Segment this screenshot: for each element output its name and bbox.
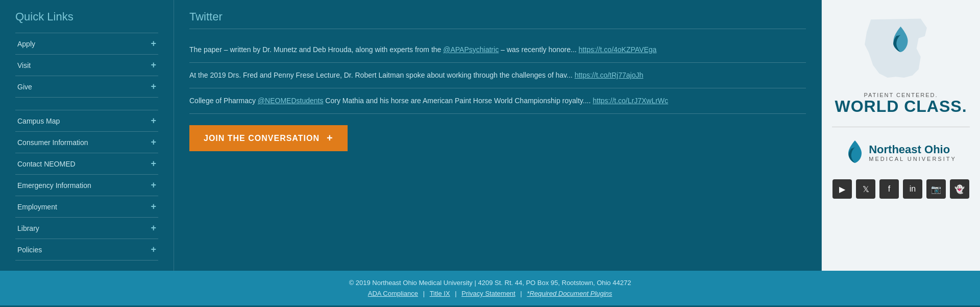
tweet-link[interactable]: https://t.co/LrJ7XwLrWc <box>593 97 668 105</box>
join-button-plus: + <box>327 132 333 144</box>
neomed-flame-icon <box>845 139 865 166</box>
twitter-column: Twitter The paper – written by Dr. Munet… <box>174 0 822 271</box>
social-instagram-icon[interactable]: 📷 <box>926 179 946 199</box>
tweet-handle[interactable]: @NEOMEDstudents <box>258 97 324 105</box>
quick-link-label: Library <box>17 224 39 232</box>
quick-links-secondary-group: Campus Map+Consumer Information+Contact … <box>15 110 158 261</box>
ohio-map-container <box>850 15 952 87</box>
world-class-label: WORLD CLASS. <box>835 98 967 114</box>
social-twitter-icon[interactable]: 𝕏 <box>856 179 875 199</box>
flame-icon-overlay <box>890 26 913 56</box>
quick-link-contact-neomed[interactable]: Contact NEOMED+ <box>15 153 158 175</box>
quick-link-plus-icon: + <box>151 223 156 233</box>
quick-link-consumer-info[interactable]: Consumer Information+ <box>15 132 158 153</box>
quick-link-plus-icon: + <box>151 38 156 49</box>
tweet-block-tweet-1: The paper – written by Dr. Munetz and De… <box>189 37 806 63</box>
social-snapchat-icon[interactable]: 👻 <box>950 179 969 199</box>
join-conversation-button[interactable]: JOIN THE CONVERSATION + <box>189 125 348 151</box>
quick-link-visit[interactable]: Visit+ <box>15 55 158 76</box>
footer-link-ada-compliance[interactable]: ADA Compliance <box>368 290 418 297</box>
quick-link-label: Policies <box>17 246 42 254</box>
footer-link-separator: | <box>453 290 459 297</box>
medical-university-text: MEDICAL UNIVERSITY <box>869 156 957 162</box>
quick-link-label: Consumer Information <box>17 138 88 147</box>
quick-links-column: Quick Links Apply+Visit+Give+ Campus Map… <box>0 0 174 271</box>
tweets-container: The paper – written by Dr. Munetz and De… <box>189 37 806 114</box>
quick-link-plus-icon: + <box>151 244 156 255</box>
quick-link-employment[interactable]: Employment+ <box>15 196 158 218</box>
quick-link-campus-map[interactable]: Campus Map+ <box>15 110 158 132</box>
tweet-text-after: Cory Mathia and his horse are American P… <box>323 97 591 105</box>
social-youtube-icon[interactable]: ▶ <box>832 179 852 199</box>
quick-link-label: Campus Map <box>17 117 60 125</box>
tweet-text-after: – was recently honore... <box>499 45 577 54</box>
neomed-name-block: Northeast Ohio MEDICAL UNIVERSITY <box>869 144 957 162</box>
quick-link-label: Employment <box>17 203 57 211</box>
join-button-label: JOIN THE CONVERSATION <box>204 134 320 143</box>
quick-link-apply[interactable]: Apply+ <box>15 33 158 55</box>
quick-link-plus-icon: + <box>151 137 156 148</box>
quick-link-plus-icon: + <box>151 201 156 212</box>
footer-link-title-ix[interactable]: Title IX <box>430 290 450 297</box>
footer-bottom-bar: © 2019 Northeast Ohio Medical University… <box>0 271 980 305</box>
twitter-title: Twitter <box>189 10 806 29</box>
northeast-ohio-text: Northeast Ohio <box>869 144 957 156</box>
neomed-logo-row: Northeast Ohio MEDICAL UNIVERSITY <box>845 139 957 166</box>
footer-link-privacy-statement[interactable]: Privacy Statement <box>461 290 516 297</box>
quick-link-policies[interactable]: Policies+ <box>15 239 158 261</box>
quick-link-library[interactable]: Library+ <box>15 218 158 239</box>
social-icons-row: ▶𝕏fin📷👻 <box>832 179 969 199</box>
quick-links-title: Quick Links <box>15 10 158 23</box>
quick-link-plus-icon: + <box>151 180 156 191</box>
tweet-block-tweet-2: At the 2019 Drs. Fred and Penny Frese Le… <box>189 63 806 88</box>
patient-centered-text: PATIENT CENTERED. WORLD CLASS. <box>835 92 967 114</box>
social-facebook-icon[interactable]: f <box>879 179 899 199</box>
quick-link-label: Contact NEOMED <box>17 160 76 168</box>
tweet-text: College of Pharmacy <box>189 97 258 105</box>
brand-bottom-section: Northeast Ohio MEDICAL UNIVERSITY ▶𝕏fin📷… <box>832 139 969 199</box>
tweet-block-tweet-3: College of Pharmacy @NEOMEDstudents Cory… <box>189 88 806 114</box>
quick-link-label: Apply <box>17 40 35 48</box>
footer-copyright: © 2019 Northeast Ohio Medical University… <box>0 279 980 287</box>
quick-link-emergency-info[interactable]: Emergency Information+ <box>15 175 158 196</box>
quick-link-plus-icon: + <box>151 81 156 92</box>
quick-link-plus-icon: + <box>151 60 156 70</box>
quick-links-primary-group: Apply+Visit+Give+ <box>15 33 158 98</box>
tweet-text: The paper – written by Dr. Munetz and De… <box>189 45 443 54</box>
footer-link-separator: | <box>421 290 427 297</box>
footer-links-row: ADA Compliance | Title IX | Privacy Stat… <box>0 290 980 297</box>
tweet-handle[interactable]: @APAPsychiatric <box>443 45 499 54</box>
quick-link-label: Emergency Information <box>17 181 91 190</box>
footer-link-separator: | <box>519 290 524 297</box>
quick-link-label: Visit <box>17 61 31 69</box>
quick-link-give[interactable]: Give+ <box>15 76 158 98</box>
brand-column: PATIENT CENTERED. WORLD CLASS. Northeast… <box>822 0 980 271</box>
quick-link-label: Give <box>17 83 32 91</box>
tweet-link[interactable]: https://t.co/tRj77ajoJh <box>575 71 644 79</box>
footer-link-required-document-plugins[interactable]: *Required Document Plugins <box>527 290 612 297</box>
social-linkedin-icon[interactable]: in <box>903 179 922 199</box>
tweet-text: At the 2019 Drs. Fred and Penny Frese Le… <box>189 71 573 79</box>
brand-top-section: PATIENT CENTERED. WORLD CLASS. <box>832 15 970 127</box>
quick-link-plus-icon: + <box>151 158 156 169</box>
tweet-link[interactable]: https://t.co/4oKZPAVEga <box>579 45 657 54</box>
quick-link-plus-icon: + <box>151 115 156 126</box>
